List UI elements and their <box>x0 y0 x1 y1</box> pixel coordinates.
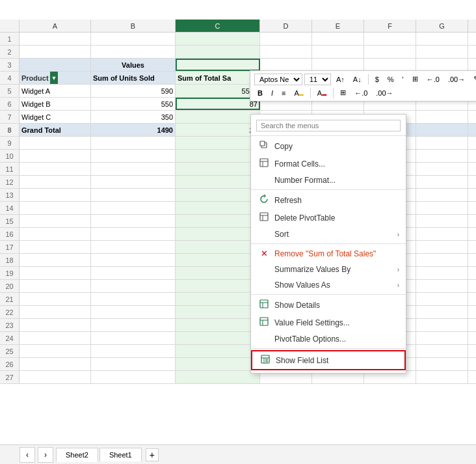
menu-divider <box>251 348 406 349</box>
show-values-label: Show Values As <box>274 280 330 290</box>
col-header-d[interactable]: D <box>260 20 312 32</box>
table-row: 1 <box>0 33 476 46</box>
summarize-arrow-icon: › <box>397 266 399 273</box>
sheet-tabs: ‹ › Sheet2 Sheet1 + <box>0 444 476 464</box>
currency-btn[interactable]: $ <box>372 74 382 85</box>
col-header-g[interactable]: G <box>416 20 468 32</box>
sort-label: Sort <box>274 230 289 239</box>
menu-item-remove-sum[interactable]: ✕ Remove "Sum of Total Sales" <box>251 245 406 262</box>
menu-item-pivot-options[interactable]: PivotTable Options... <box>251 331 406 347</box>
menu-item-refresh[interactable]: Refresh <box>251 191 406 209</box>
svg-rect-1 <box>260 141 265 146</box>
fmt-row-1: Aptos Ne 11 A↑ A↓ $ % ' ⊞ ←.0 .00→ ✎ <box>254 73 476 85</box>
value-field-label: Value Field Settings... <box>274 318 350 327</box>
decrease-decimal-btn[interactable]: ←.0 <box>423 74 443 85</box>
bold-btn[interactable]: B <box>254 87 266 99</box>
svg-rect-6 <box>260 213 268 221</box>
menu-item-value-field-settings[interactable]: Value Field Settings... <box>251 314 406 331</box>
menu-item-delete-pivot[interactable]: Delete PivotTable <box>251 209 406 226</box>
menu-item-sort[interactable]: Sort › <box>251 226 406 242</box>
delete-pivot-label: Delete PivotTable <box>274 213 335 223</box>
formatting-toolbar: Aptos Ne 11 A↑ A↓ $ % ' ⊞ ←.0 .00→ ✎ B I… <box>250 70 476 102</box>
indent-right-btn[interactable]: .00→ <box>373 87 396 99</box>
svg-rect-2 <box>260 159 268 167</box>
svg-rect-12 <box>260 318 268 325</box>
format-cells-label: Format Cells... <box>274 159 325 169</box>
context-menu: Copy Format Cells... Number Format... <box>250 114 406 374</box>
menu-search-area <box>251 117 406 134</box>
menu-item-show-values[interactable]: Show Values As › <box>251 277 406 293</box>
col-header-e[interactable]: E <box>312 20 364 32</box>
font-color-btn[interactable]: A▬ <box>314 87 330 99</box>
font-name-select[interactable]: Aptos Ne <box>254 74 302 85</box>
show-field-list-icon <box>260 355 271 366</box>
sort-arrow-icon: › <box>397 231 399 238</box>
col-header-f[interactable]: F <box>364 20 416 32</box>
remove-icon: ✕ <box>259 249 269 258</box>
decrease-font-btn[interactable]: A↓ <box>350 74 365 85</box>
separator <box>310 88 311 98</box>
summarize-label: Summarize Values By <box>274 265 350 274</box>
refresh-label: Refresh <box>274 196 302 205</box>
column-headers: A B C D E F G <box>0 20 476 33</box>
menu-item-number-format[interactable]: Number Format... <box>251 172 406 188</box>
increase-decimal-btn[interactable]: .00→ <box>445 74 468 85</box>
value-field-icon <box>259 317 269 328</box>
menu-item-format-cells[interactable]: Format Cells... <box>251 155 406 172</box>
percent-btn[interactable]: % <box>384 74 397 85</box>
table-row: 3 Values <box>0 59 476 72</box>
show-details-label: Show Details <box>274 301 320 310</box>
font-size-select[interactable]: 11 <box>304 74 331 85</box>
menu-divider <box>251 294 406 295</box>
menu-item-summarize[interactable]: Summarize Values By › <box>251 262 406 277</box>
borders-btn[interactable]: ⊞ <box>409 73 421 85</box>
menu-item-copy[interactable]: Copy <box>251 137 406 155</box>
fmt-row-2: B I ≡ A▬ A▬ ⊞ ←.0 .00→ <box>254 87 476 99</box>
menu-divider <box>251 243 406 244</box>
svg-rect-9 <box>260 300 268 308</box>
highlight-color-btn[interactable]: A▬ <box>291 87 306 99</box>
copy-icon <box>259 141 269 152</box>
show-field-list-label: Show Field List <box>276 356 328 365</box>
refresh-icon <box>259 195 269 206</box>
sheet-nav-prev[interactable]: ‹ <box>20 447 35 463</box>
copy-label: Copy <box>274 142 293 151</box>
number-format-label: Number Format... <box>274 176 336 185</box>
table-row: 2 <box>0 46 476 59</box>
separator <box>333 88 334 98</box>
filter-icon[interactable]: ▼ <box>50 72 59 84</box>
menu-item-show-details[interactable]: Show Details <box>251 296 406 314</box>
show-details-icon <box>259 299 269 310</box>
comma-btn[interactable]: ' <box>399 74 407 85</box>
indent-left-btn[interactable]: ←.0 <box>351 87 371 99</box>
menu-divider <box>251 189 406 190</box>
cell-borders-btn[interactable]: ⊞ <box>337 87 349 99</box>
format-cells-icon <box>259 158 269 169</box>
separator <box>368 74 369 85</box>
tab-sheet2[interactable]: Sheet2 <box>56 448 98 462</box>
show-values-arrow-icon: › <box>397 282 399 289</box>
remove-sum-label: Remove "Sum of Total Sales" <box>274 249 376 258</box>
spreadsheet: A B C D E F G 1 2 <box>0 0 476 464</box>
increase-font-btn[interactable]: A↑ <box>333 74 348 85</box>
sheet-nav-next[interactable]: › <box>38 447 53 463</box>
align-btn[interactable]: ≡ <box>278 87 289 99</box>
delete-pivot-icon <box>259 212 269 223</box>
pivot-options-label: PivotTable Options... <box>274 334 346 344</box>
col-header-a[interactable]: A <box>20 20 91 32</box>
menu-search-input[interactable] <box>256 120 401 131</box>
row-num-spacer <box>0 20 20 32</box>
menu-item-show-field-list[interactable]: Show Field List <box>251 350 406 370</box>
menu-divider <box>251 135 406 136</box>
col-header-b[interactable]: B <box>91 20 176 32</box>
tab-sheet1[interactable]: Sheet1 <box>99 448 142 461</box>
add-sheet-button[interactable]: + <box>146 448 159 461</box>
col-header-c[interactable]: C <box>176 20 260 32</box>
paint-btn[interactable]: ✎ <box>470 73 476 85</box>
italic-btn[interactable]: I <box>268 87 276 99</box>
